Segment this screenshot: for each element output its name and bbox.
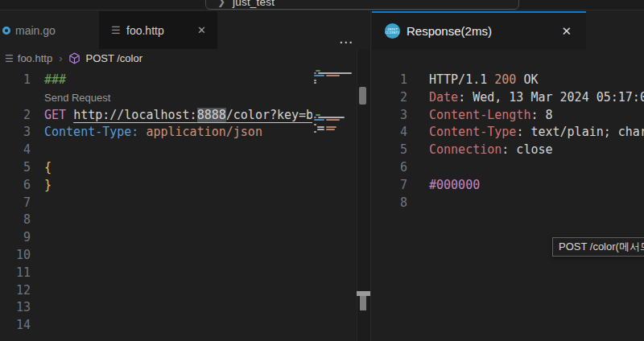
code-line[interactable]: 12: [0, 282, 312, 300]
tab-response[interactable]: {REST CLIENT} Response(2ms) ✕: [372, 11, 586, 49]
code-text: Date: Wed, 13 Mar 2024 05:17:0: [429, 89, 644, 107]
code-segment: : text/plain; char: [516, 125, 644, 139]
code-line[interactable]: 11: [0, 265, 312, 282]
line-number: 5: [371, 142, 407, 159]
code-segment: }: [44, 178, 52, 192]
line-number: 5: [0, 159, 31, 177]
line-number: 2: [0, 107, 31, 125]
code-segment: ###: [44, 72, 66, 87]
scrollbar-thumb[interactable]: [359, 87, 366, 105]
line-number: 12: [0, 282, 31, 300]
line-number: 6: [371, 159, 407, 177]
request-url-link[interactable]: http://localhost:: [73, 108, 197, 122]
code-line[interactable]: 4: [0, 142, 312, 159]
code-line[interactable]: Send Request: [0, 89, 312, 107]
editor-tab-bar: main.go ☰ foo.http ✕ {REST CLIENT} Respo…: [0, 11, 644, 49]
line-number: 14: [0, 317, 31, 335]
line-number: 4: [0, 142, 31, 159]
code-line[interactable]: 13: [0, 299, 312, 317]
line-number: 11: [0, 265, 31, 282]
code-line[interactable]: 9: [0, 229, 312, 247]
line-number: 4: [371, 124, 407, 142]
code-line[interactable]: 8: [371, 195, 644, 212]
line-number: 2: [371, 89, 407, 107]
tab-foo-http[interactable]: ☰ foo.http ✕: [99, 11, 217, 49]
tab-label: main.go: [15, 24, 56, 37]
code-segment: : 8: [530, 108, 552, 122]
line-number: 3: [0, 124, 31, 142]
prompt-icon: ❯: [217, 0, 225, 7]
close-icon[interactable]: ✕: [558, 23, 575, 40]
code-segment: GET: [44, 108, 73, 122]
code-segment: 200: [494, 72, 516, 87]
code-segment: Content-Length: [429, 108, 530, 122]
line-number: 6: [0, 177, 31, 195]
sash-handle-stem[interactable]: [360, 296, 366, 310]
code-text: ###: [44, 72, 66, 89]
code-text: {: [44, 159, 52, 177]
rest-client-icon: {REST CLIENT}: [385, 23, 400, 39]
request-url-link[interactable]: /color?key=b: [226, 108, 312, 122]
tab-tooltip: POST /color(메서드: [552, 237, 644, 257]
code-text: Content-Type: text/plain; char: [429, 124, 644, 142]
code-line[interactable]: 2GET http://localhost:8888/color?key=b: [0, 107, 312, 125]
code-line[interactable]: 14: [0, 317, 312, 335]
code-line[interactable]: 8: [0, 212, 312, 229]
close-icon[interactable]: ✕: [194, 23, 209, 38]
request-url-link[interactable]: 8888: [197, 108, 226, 122]
line-number: 1: [0, 72, 31, 89]
code-line[interactable]: 10: [0, 247, 312, 265]
code-line[interactable]: 3Content-Length: 8: [371, 107, 644, 125]
line-number: 8: [371, 195, 407, 212]
code-segment: OK: [516, 72, 538, 87]
code-segment: : close: [502, 142, 552, 157]
code-line[interactable]: 1###: [0, 72, 312, 89]
code-text: HTTP/1.1 200 OK: [429, 72, 538, 89]
minimap[interactable]: [312, 68, 357, 341]
code-segment: #000000: [429, 178, 480, 192]
breadcrumb-file[interactable]: foo.http: [18, 52, 52, 64]
tab-main-go[interactable]: main.go: [0, 11, 99, 49]
code-line[interactable]: 7: [0, 195, 312, 212]
line-number: 1: [371, 72, 407, 89]
line-number: 9: [0, 229, 31, 247]
line-number: 3: [371, 107, 407, 125]
code-line[interactable]: 7#000000: [371, 177, 644, 195]
request-editor[interactable]: 1###Send Request2GET http://localhost:88…: [0, 68, 312, 341]
breadcrumb-symbol[interactable]: POST /color: [85, 52, 142, 64]
code-segment: {: [44, 160, 52, 175]
code-text: Content-Type: application/json: [44, 124, 262, 142]
tab-label: foo.http: [126, 24, 164, 37]
code-line[interactable]: 4Content-Type: text/plain; char: [371, 124, 644, 142]
code-line[interactable]: 5{: [0, 159, 312, 177]
code-text: GET http://localhost:8888/color?key=b: [44, 107, 312, 125]
code-line[interactable]: 6: [371, 159, 644, 177]
code-text: Content-Length: 8: [429, 107, 553, 125]
code-segment: Date: [429, 90, 458, 105]
code-line[interactable]: 6}: [0, 177, 312, 195]
code-segment: Content-Type:: [44, 125, 138, 139]
rest-icon-text: CLIENT}: [385, 31, 399, 35]
send-request-codelens[interactable]: Send Request: [44, 89, 110, 107]
tab-label: Response(2ms): [407, 24, 492, 38]
line-number: 10: [0, 247, 31, 265]
breadcrumb: ☰ foo.http › POST /color: [0, 49, 357, 68]
symbol-cube-icon: [68, 52, 80, 64]
line-number: 7: [0, 195, 31, 212]
line-number: 13: [0, 299, 31, 317]
code-line[interactable]: 2Date: Wed, 13 Mar 2024 05:17:0: [371, 89, 644, 107]
code-segment: Content-Type: [429, 125, 516, 139]
code-line[interactable]: 1HTTP/1.1 200 OK: [371, 72, 644, 89]
code-text: Connection: close: [429, 142, 553, 159]
code-segment: Connection: [429, 142, 502, 157]
line-number: 7: [371, 177, 407, 195]
quick-input-box[interactable]: ❯ just_test: [205, 0, 519, 10]
line-number: 8: [0, 212, 31, 229]
code-line[interactable]: 3Content-Type: application/json: [0, 124, 312, 142]
more-actions-button[interactable]: ⋯: [339, 34, 353, 51]
code-segment: : Wed, 13 Mar 2024 05:17:0: [458, 90, 644, 105]
go-file-icon: [2, 27, 10, 35]
response-editor[interactable]: 1HTTP/1.1 200 OK2Date: Wed, 13 Mar 2024 …: [371, 49, 644, 341]
code-text: #000000: [429, 177, 480, 195]
code-line[interactable]: 5Connection: close: [371, 142, 644, 159]
